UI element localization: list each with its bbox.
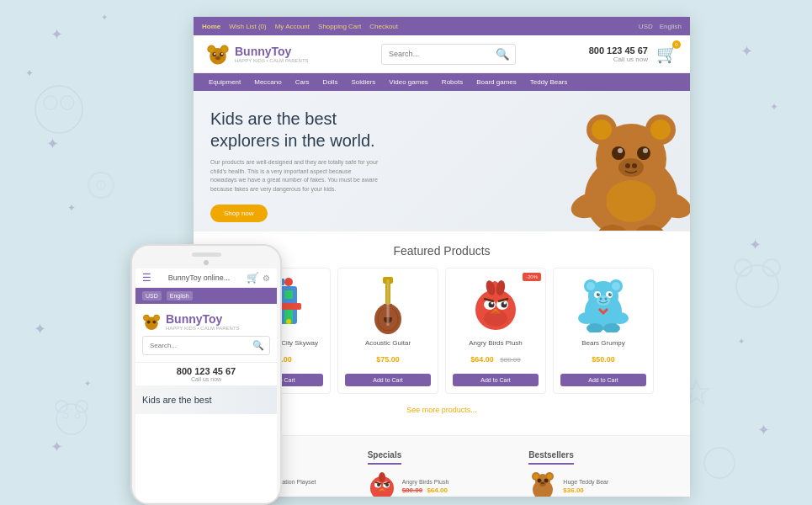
top-nav-cart[interactable]: Shopping Cart: [318, 23, 361, 30]
specials-title: Specials: [368, 450, 402, 465]
star-decor: ✦: [740, 42, 753, 61]
cat-videogames[interactable]: Video games: [382, 73, 435, 91]
svg-rect-48: [284, 290, 293, 299]
top-nav-myaccount[interactable]: My Account: [275, 23, 310, 30]
price-area-2: $64.00 $80.00: [453, 350, 539, 365]
product-image-1: [345, 275, 431, 334]
see-more-link[interactable]: See more products...: [406, 406, 477, 414]
product-name-2: Angry Birds Plush: [453, 339, 539, 347]
cat-boardgames[interactable]: Board games: [470, 73, 523, 91]
phone-logo-bear-icon: [142, 312, 161, 331]
bear-outline-decor: [50, 396, 93, 438]
add-to-cart-2[interactable]: Add to Cart: [453, 374, 539, 386]
svg-point-124: [539, 481, 546, 486]
phone-logo-area: BunnyToy HAPPY KIDS • CALM PARENTS: [135, 304, 277, 336]
cat-robots[interactable]: Robots: [435, 73, 470, 91]
phone-settings-icon[interactable]: ⚙: [263, 274, 270, 283]
language-selector[interactable]: English: [660, 23, 682, 30]
specials-current-price: $64.00: [427, 486, 447, 494]
svg-point-126: [543, 482, 544, 484]
svg-point-91: [610, 293, 612, 295]
add-to-cart-1[interactable]: Add to Cart: [345, 374, 431, 386]
cat-soldiers[interactable]: Soldiers: [344, 73, 382, 91]
phone-search-input[interactable]: [143, 338, 247, 353]
phone-hero-section: Kids are the best: [135, 385, 277, 414]
phone-brand-text: BunnyToy online...: [168, 274, 231, 282]
star-decor: ✦: [67, 202, 76, 214]
phone-outer: ☰ BunnyToy online... 🛒 ⚙ USD English: [130, 244, 282, 505]
cat-meccano[interactable]: Meccano: [247, 73, 288, 91]
price-old-2: $80.00: [500, 356, 520, 364]
top-nav-wishlist[interactable]: Wish List (0): [229, 23, 266, 30]
hero-section: Kids are the bestexplorers in the world.…: [194, 91, 690, 231]
phone-top-bar: ☰ BunnyToy online... 🛒 ⚙: [135, 268, 277, 288]
svg-point-96: [578, 312, 595, 324]
phone-menu-icon[interactable]: ☰: [142, 272, 151, 284]
svg-point-83: [586, 282, 595, 290]
phone-search-button[interactable]: 🔍: [247, 337, 269, 354]
call-us-text: Call us now: [589, 56, 648, 63]
circle-decor: [703, 446, 736, 480]
search-input[interactable]: [382, 46, 491, 61]
svg-point-1: [44, 96, 57, 109]
bear-outline-decor: [728, 252, 787, 311]
price-current-3: $50.00: [592, 355, 615, 364]
teddy-mini-svg: [528, 471, 558, 497]
top-nav-home[interactable]: Home: [202, 23, 220, 30]
search-bar: 🔍: [381, 44, 516, 65]
svg-point-18: [209, 46, 215, 52]
svg-point-132: [147, 321, 151, 324]
cat-cars[interactable]: Cars: [289, 73, 316, 91]
phone-language-selector[interactable]: English: [167, 291, 193, 300]
header-right: 800 123 45 67 Call us now 🛒 0: [589, 44, 677, 64]
product-name-1: Acoustic Guitar: [345, 339, 431, 347]
phone-phone-number: 800 123 45 67: [142, 366, 270, 376]
phone-logo-text: BunnyToy HAPPY KIDS • CALM PARENTS: [166, 312, 240, 331]
svg-point-19: [221, 46, 227, 52]
svg-point-94: [604, 297, 607, 300]
phone-logo-tagline: HAPPY KIDS • CALM PARENTS: [166, 326, 240, 331]
cat-equipment[interactable]: Equipment: [202, 73, 247, 91]
bestsellers-product-name: Huge Teddy Bear: [563, 479, 677, 485]
cart-icon[interactable]: 🛒 0: [656, 44, 677, 64]
product-img-svg-1: [371, 275, 405, 334]
add-to-cart-3[interactable]: Add to Cart: [560, 374, 646, 386]
svg-point-108: [379, 472, 385, 482]
specials-product-img: [368, 471, 397, 497]
svg-point-55: [286, 319, 291, 324]
svg-point-25: [216, 56, 220, 60]
svg-point-130: [144, 316, 149, 321]
svg-point-4: [56, 401, 67, 412]
phone-logo-name: BunnyToy: [166, 312, 240, 326]
cat-teddybears[interactable]: Teddy Bears: [523, 73, 574, 91]
star-decor: ✦: [25, 67, 34, 79]
star-decor: ✦: [101, 13, 108, 22]
category-navigation: Equipment Meccano Cars Dolls Soldiers Vi…: [194, 73, 690, 91]
star-decor: ✦: [46, 135, 59, 153]
product-card-1: Acoustic Guitar $75.00 Add to Cart: [337, 268, 438, 394]
specials-section: Specials Angry Bi: [368, 446, 517, 497]
star-decor: ✦: [34, 320, 46, 338]
toy-decor: [84, 168, 118, 202]
shop-now-button[interactable]: Shop now: [210, 205, 268, 222]
search-button[interactable]: 🔍: [491, 45, 515, 64]
svg-point-12: [88, 173, 114, 198]
star-decor: ✦: [738, 337, 745, 346]
svg-point-92: [597, 295, 610, 306]
header: BunnyToy HAPPY KIDS • CALM PARENTS 🔍 800…: [194, 35, 690, 73]
cat-dolls[interactable]: Dolls: [316, 73, 345, 91]
svg-point-79: [484, 310, 507, 327]
phone-currency-selector[interactable]: USD: [142, 291, 162, 300]
phone-hero-title: Kids are the best: [142, 394, 270, 406]
cart-badge: 0: [672, 40, 681, 49]
svg-point-5: [76, 401, 88, 412]
svg-point-7: [75, 413, 80, 418]
star-decor: ✦: [770, 101, 778, 113]
svg-point-8: [736, 265, 778, 307]
svg-point-52: [284, 278, 293, 286]
star-decor: ✦: [749, 236, 762, 254]
currency-selector[interactable]: USD: [639, 23, 653, 30]
phone-cart-icon[interactable]: 🛒: [247, 272, 259, 284]
top-nav-checkout[interactable]: Checkout: [369, 23, 398, 30]
svg-point-2: [61, 96, 74, 109]
